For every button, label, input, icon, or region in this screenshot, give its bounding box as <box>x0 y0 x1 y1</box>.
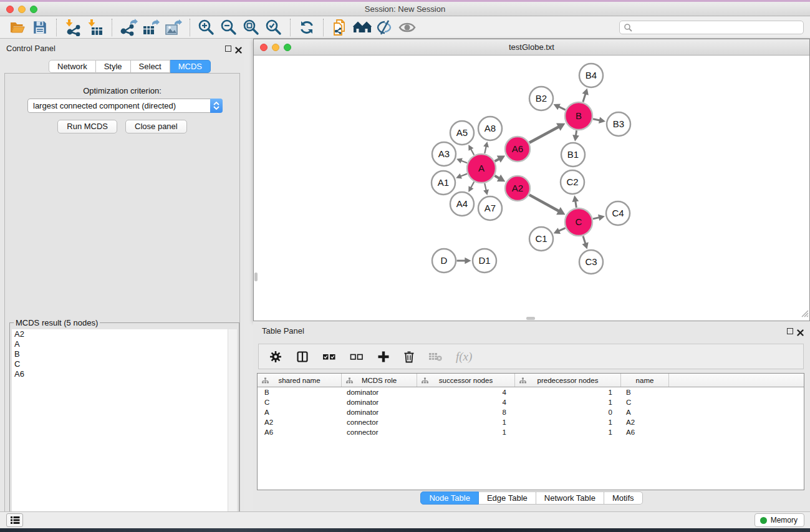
table-cell-successor_nodes[interactable]: 4 <box>417 389 515 396</box>
zoom-in-icon[interactable] <box>195 18 218 37</box>
column-header-shared-name[interactable]: shared name <box>258 374 342 387</box>
table-cell-successor_nodes[interactable]: 8 <box>417 409 515 416</box>
graph-edge-A-A3[interactable] <box>461 160 467 163</box>
graph-edge-B-B4[interactable] <box>583 94 586 102</box>
save-session-icon[interactable] <box>29 18 51 37</box>
delete-table-icon[interactable] <box>428 349 442 365</box>
delete-column-trash-icon[interactable] <box>403 349 415 365</box>
home-layout-icon[interactable] <box>351 18 374 37</box>
function-builder-icon[interactable]: f(x) <box>456 349 472 365</box>
graph-edge-C-C4[interactable] <box>593 218 599 219</box>
table-cell-name[interactable]: A <box>621 409 669 416</box>
search-input[interactable] <box>632 22 803 33</box>
table-row[interactable]: Cdominator41C <box>258 397 804 407</box>
zoom-fit-icon[interactable] <box>240 18 263 37</box>
network-canvas[interactable]: B4B2BB3A5A8A6A3B1AA1C2A2A4A7C4CC1C3DD1 <box>254 56 809 321</box>
table-cell-predecessor_nodes[interactable]: 1 <box>515 399 621 406</box>
tab-edge-table[interactable]: Edge Table <box>479 491 536 505</box>
table-cell-shared_name[interactable]: A2 <box>258 418 342 426</box>
export-network-icon[interactable] <box>117 18 140 37</box>
run-mcds-button[interactable]: Run MCDS <box>57 120 117 133</box>
window-resize-grip[interactable] <box>801 309 809 320</box>
table-row[interactable]: Bdominator41B <box>258 387 804 397</box>
result-list-scrollbar[interactable] <box>228 329 237 532</box>
column-header-name[interactable]: name <box>621 374 669 387</box>
result-list-item[interactable]: A2 <box>12 329 228 339</box>
table-cell-shared_name[interactable]: A <box>258 409 342 416</box>
split-column-icon[interactable] <box>296 349 309 365</box>
graph-edge-C-C1[interactable] <box>559 228 566 231</box>
table-cell-mcds_role[interactable]: connector <box>342 428 417 436</box>
table-cell-name[interactable]: B <box>621 389 669 396</box>
graph-edge-A-A5[interactable] <box>471 149 474 155</box>
tab-node-table[interactable]: Node Table <box>420 491 479 505</box>
table-header-row[interactable]: shared name MCDS role successor nodes pr… <box>258 374 804 387</box>
graph-edge-B-B1[interactable] <box>576 130 576 135</box>
table-cell-predecessor_nodes[interactable]: 1 <box>515 428 621 436</box>
graph-edge-A-A1[interactable] <box>460 174 467 177</box>
optimization-criterion-select[interactable]: largest connected component (directed) <box>27 99 223 113</box>
close-panel-icon[interactable] <box>235 45 242 56</box>
table-cell-successor_nodes[interactable]: 4 <box>417 399 515 406</box>
table-cell-name[interactable]: C <box>621 399 669 406</box>
table-row[interactable]: A6connector11A6 <box>258 427 804 437</box>
column-header-successor-nodes[interactable]: successor nodes <box>417 374 515 387</box>
graph-edge-A6-B[interactable] <box>529 127 559 143</box>
add-column-icon[interactable] <box>377 349 390 365</box>
clone-network-icon[interactable] <box>329 18 351 37</box>
table-cell-mcds_role[interactable]: dominator <box>342 389 417 396</box>
import-network-icon[interactable] <box>62 18 84 37</box>
node-table[interactable]: shared name MCDS role successor nodes pr… <box>257 373 804 490</box>
table-cell-mcds_role[interactable]: dominator <box>342 399 417 406</box>
tab-network[interactable]: Network <box>49 60 96 73</box>
table-cell-predecessor_nodes[interactable]: 0 <box>515 409 621 416</box>
result-list-item[interactable]: B <box>12 349 228 359</box>
table-cell-predecessor_nodes[interactable]: 1 <box>515 418 621 426</box>
network-window-titlebar[interactable]: testGlobe.txt <box>254 39 809 56</box>
zoom-out-icon[interactable] <box>218 18 240 37</box>
show-details-eye-icon[interactable] <box>396 18 418 37</box>
task-history-button[interactable] <box>6 513 23 527</box>
table-cell-successor_nodes[interactable]: 1 <box>417 418 515 426</box>
graph-edge-B-B3[interactable] <box>593 119 600 120</box>
graph-edge-A-A8[interactable] <box>485 147 486 154</box>
float-table-panel-icon[interactable] <box>787 328 793 334</box>
unselect-all-columns-icon[interactable] <box>350 349 364 365</box>
select-all-columns-icon[interactable] <box>322 349 336 365</box>
graph-edge-A-A6[interactable] <box>495 159 499 162</box>
table-cell-predecessor_nodes[interactable]: 1 <box>515 389 621 396</box>
mcds-result-list[interactable]: A2ABCA6 <box>12 329 228 532</box>
memory-button[interactable]: Memory <box>755 513 804 527</box>
table-cell-shared_name[interactable]: B <box>258 389 342 396</box>
horizontal-scrollbar-thumb[interactable] <box>526 317 535 320</box>
result-list-item[interactable]: A <box>12 339 228 349</box>
result-list-item[interactable]: A6 <box>12 369 228 379</box>
tab-style[interactable]: Style <box>96 60 131 73</box>
table-row[interactable]: Adominator80A <box>258 407 804 417</box>
float-panel-icon[interactable] <box>225 46 231 52</box>
graph-edge-B-B2[interactable] <box>559 107 566 110</box>
tab-select[interactable]: Select <box>131 60 170 73</box>
hide-graphics-details-icon[interactable] <box>374 18 396 37</box>
open-file-icon[interactable] <box>6 18 29 37</box>
vertical-scrollbar-thumb[interactable] <box>254 273 258 281</box>
graph-edge-C-C2[interactable] <box>576 201 577 208</box>
tab-mcds[interactable]: MCDS <box>170 60 211 73</box>
column-header-predecessor-nodes[interactable]: predecessor nodes <box>515 374 621 387</box>
tab-motifs[interactable]: Motifs <box>604 491 643 505</box>
close-panel-button[interactable]: Close panel <box>125 120 187 133</box>
result-list-item[interactable]: C <box>12 359 228 369</box>
column-header-mcds-role[interactable]: MCDS role <box>342 374 417 387</box>
table-cell-mcds_role[interactable]: dominator <box>342 409 417 416</box>
table-cell-mcds_role[interactable]: connector <box>342 418 417 426</box>
refresh-icon[interactable] <box>296 18 318 37</box>
network-graph[interactable]: B4B2BB3A5A8A6A3B1AA1C2A2A4A7C4CC1C3DD1 <box>254 56 809 321</box>
graph-edge-A-A4[interactable] <box>471 182 474 188</box>
tab-network-table[interactable]: Network Table <box>536 491 604 505</box>
table-cell-shared_name[interactable]: C <box>258 399 342 406</box>
table-cell-shared_name[interactable]: A6 <box>258 428 342 436</box>
table-cell-successor_nodes[interactable]: 1 <box>417 428 515 436</box>
settings-gear-icon[interactable] <box>269 349 282 365</box>
import-table-icon[interactable] <box>84 18 107 37</box>
search-box[interactable] <box>619 21 804 34</box>
